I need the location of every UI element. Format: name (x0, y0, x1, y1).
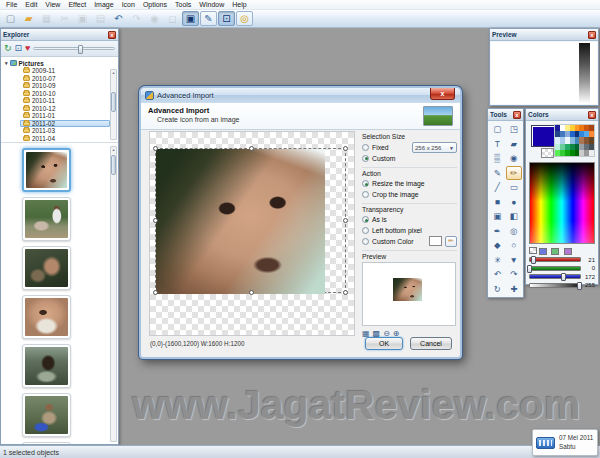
arrow-tool[interactable]: ↷ (506, 267, 523, 282)
rectangle-select-tool[interactable]: ▢ (489, 122, 506, 137)
move-tool[interactable]: ✚ (506, 282, 523, 297)
cut-button[interactable]: ✂ (56, 11, 73, 26)
folder-2011-03[interactable]: 2011-03 (20, 127, 110, 135)
rectangle-tool[interactable]: ■ (489, 195, 506, 210)
person-indoor-photo[interactable] (22, 344, 71, 388)
transparent-swatch-icon[interactable] (529, 247, 537, 254)
folder-2010-11[interactable]: 2010-11 (20, 97, 110, 105)
text-tool[interactable]: T (489, 137, 506, 152)
close-icon[interactable]: x (430, 88, 455, 100)
close-icon[interactable]: x (588, 31, 596, 39)
selection-handle[interactable] (249, 290, 254, 295)
menu-icon[interactable]: Icon (118, 0, 139, 10)
zoom-tool[interactable]: ◎ (506, 224, 523, 239)
family-outdoor-photo[interactable] (22, 197, 71, 241)
expander-icon[interactable]: ▾ (5, 60, 8, 66)
foreground-color-swatch[interactable] (531, 125, 556, 147)
person-closeup-photo[interactable] (22, 246, 71, 290)
thumbnail-scrollbar[interactable]: ▴ (110, 146, 117, 442)
menu-help[interactable]: Help (228, 0, 250, 10)
size-dropdown[interactable]: 256 x 256 ▼ (412, 142, 457, 153)
background-color-swatch[interactable] (541, 148, 554, 158)
globe-button[interactable]: ◉ (146, 11, 163, 26)
selection-handle[interactable] (153, 290, 158, 295)
menu-image[interactable]: Image (90, 0, 117, 10)
menu-edit[interactable]: Edit (21, 0, 41, 10)
partial-photo[interactable] (22, 442, 71, 444)
menu-file[interactable]: File (2, 0, 21, 10)
menu-options[interactable]: Options (139, 0, 171, 10)
brush-tool[interactable]: ✎ (489, 166, 506, 181)
as-is-radio[interactable] (362, 216, 369, 223)
blur-tool[interactable]: ○ (506, 238, 523, 253)
blue-slider[interactable]: 172 (529, 273, 595, 280)
crop-tool[interactable]: ◳ (506, 122, 523, 137)
pencil-tool[interactable]: ✏ (506, 166, 523, 181)
airbrush-tool[interactable]: ▒ (489, 151, 506, 166)
color-picker-tool[interactable]: ✒ (489, 224, 506, 239)
custom-radio[interactable] (362, 155, 369, 162)
folder-2010-10[interactable]: 2010-10 (20, 90, 110, 98)
magic-wand-tool[interactable]: ✳ (489, 253, 506, 268)
custom-color-swatch[interactable] (429, 236, 442, 246)
redo-button[interactable]: ↷ (128, 11, 145, 26)
slider-thumb[interactable] (577, 282, 582, 290)
scrollbar-thumb[interactable] (111, 155, 116, 175)
menu-window[interactable]: Window (195, 0, 228, 10)
fixed-radio[interactable] (362, 144, 369, 151)
save-button[interactable]: ▦ (38, 11, 55, 26)
selection-handle[interactable] (343, 218, 348, 223)
palette-color-swatch[interactable] (589, 150, 594, 156)
test-icon-button[interactable]: ▣ (182, 11, 199, 26)
slider-thumb[interactable] (78, 45, 83, 54)
copy-button[interactable]: ▣ (74, 11, 91, 26)
menu-view[interactable]: View (41, 0, 64, 10)
draw-button[interactable]: ✎ (200, 11, 217, 26)
selection-rectangle[interactable] (155, 148, 346, 293)
paste-button[interactable]: ▤ (92, 11, 109, 26)
slider-thumb[interactable] (561, 273, 566, 281)
selection-handle[interactable] (343, 290, 348, 295)
color-spectrum[interactable] (529, 162, 595, 244)
slider-thumb[interactable] (531, 256, 536, 264)
folder-2011-01[interactable]: 2011-01 (20, 112, 110, 120)
drop-tool[interactable]: ▼ (506, 253, 523, 268)
green-swatch-icon[interactable] (551, 248, 559, 255)
curve-tool[interactable]: ↶ (489, 267, 506, 282)
folder-2010-12[interactable]: 2010-12 (20, 105, 110, 113)
selection-handle[interactable] (153, 146, 158, 151)
selection-handle[interactable] (153, 218, 158, 223)
rotate-tool[interactable]: ↻ (489, 282, 506, 297)
alpha-slider[interactable]: 255 (529, 282, 595, 289)
close-icon[interactable]: x (108, 31, 116, 39)
scrollbar-thumb[interactable] (111, 92, 116, 112)
new-button[interactable]: ▢ (2, 11, 19, 26)
smudge-tool[interactable]: ◉ (506, 151, 523, 166)
green-slider[interactable]: 0 (529, 265, 595, 272)
zoom-button[interactable]: ◎ (236, 11, 253, 26)
tree-root-pictures[interactable]: ▾ Pictures (5, 59, 110, 67)
left-bottom-pixel-radio[interactable] (362, 227, 369, 234)
favorites-icon[interactable]: ♥ (25, 44, 30, 53)
line-tool[interactable]: ╱ (489, 180, 506, 195)
folder-2009-11[interactable]: 2009-11 (20, 67, 110, 75)
ok-button[interactable]: OK (365, 337, 403, 350)
color-picker-icon[interactable]: ✏ (445, 236, 457, 247)
menu-tools[interactable]: Tools (171, 0, 195, 10)
folder-2011-04[interactable]: 2011-04 (20, 135, 110, 143)
eraser-button[interactable]: ◻ (164, 11, 181, 26)
folder-2010-09[interactable]: 2010-09 (20, 82, 110, 90)
rounded-rectangle-tool[interactable]: ▭ (506, 180, 523, 195)
selection-handle[interactable] (343, 146, 348, 151)
folder-2010-07[interactable]: 2010-07 (20, 75, 110, 83)
refresh-icon[interactable]: ↻ (4, 44, 12, 53)
close-icon[interactable]: x (513, 111, 521, 119)
resize-radio[interactable] (362, 180, 369, 187)
custom-color-radio[interactable] (362, 238, 369, 245)
blue-swatch-icon[interactable] (539, 248, 547, 255)
dialog-titlebar[interactable]: Advanced Import x (141, 88, 460, 103)
computer-icon[interactable]: ⊡ (15, 44, 23, 53)
violet-swatch-icon[interactable] (564, 248, 572, 255)
frame-tool[interactable]: ◧ (506, 209, 523, 224)
import-image-area[interactable] (149, 131, 355, 336)
